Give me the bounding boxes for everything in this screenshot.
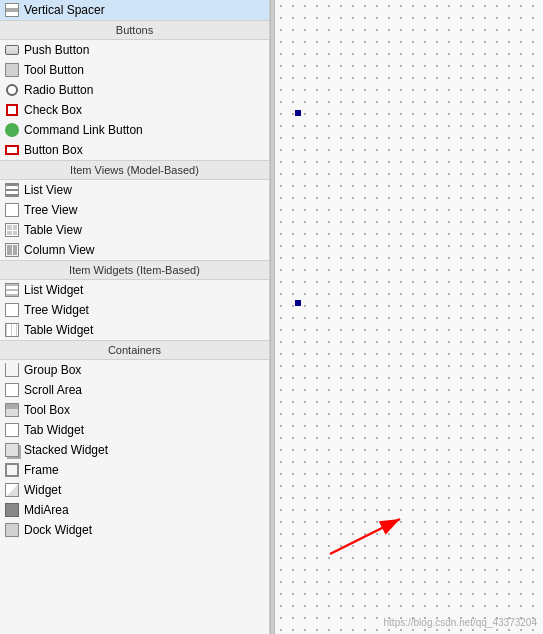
checkbox-icon [4,102,20,118]
category-buttons: Buttons [0,20,269,40]
item-label: List View [24,183,72,197]
category-item-views: Item Views (Model-Based) [0,160,269,180]
item-label: Table View [24,223,82,237]
list-item[interactable]: Tool Box [0,400,269,420]
list-item[interactable]: Table Widget [0,320,269,340]
list-item[interactable]: List Widget [0,280,269,300]
list-item[interactable]: Tree Widget [0,300,269,320]
canvas-area: https://blog.csdn.net/qq_43373204 [275,0,543,634]
columnview-icon [4,242,20,258]
mdiarea-icon [4,502,20,518]
category-item-widgets: Item Widgets (Item-Based) [0,260,269,280]
list-item[interactable]: Scroll Area [0,380,269,400]
list-item[interactable]: Vertical Spacer [0,0,269,20]
treeview-icon [4,202,20,218]
pushbutton-icon [4,42,20,58]
item-label: Widget [24,483,61,497]
item-label: Tree View [24,203,77,217]
svg-line-1 [330,519,400,554]
item-label: MdiArea [24,503,69,517]
tableview-icon [4,222,20,238]
list-item[interactable]: List View [0,180,269,200]
item-label: Tab Widget [24,423,84,437]
listwidget-icon [4,282,20,298]
vspacer-icon [4,2,20,18]
scrollarea-icon [4,382,20,398]
list-item[interactable]: Column View [0,240,269,260]
item-label: Column View [24,243,94,257]
item-label: List Widget [24,283,83,297]
radiobutton-icon [4,82,20,98]
item-label: Push Button [24,43,89,57]
item-label: Command Link Button [24,123,143,137]
list-item[interactable]: MdiArea [0,500,269,520]
toolbutton-icon [4,62,20,78]
list-item[interactable]: Check Box [0,100,269,120]
tabwidget-icon [4,422,20,438]
item-label: Tool Button [24,63,84,77]
frame-icon [4,462,20,478]
treewidget-icon [4,302,20,318]
stackedwidget-icon [4,442,20,458]
cmdlink-icon [4,122,20,138]
list-item[interactable]: Tool Button [0,60,269,80]
watermark: https://blog.csdn.net/qq_43373204 [384,617,537,628]
item-label: Table Widget [24,323,93,337]
item-label: Dock Widget [24,523,92,537]
dockwidget-icon [4,522,20,538]
toolbox-icon [4,402,20,418]
item-label: Group Box [24,363,81,377]
tablewidget-icon [4,322,20,338]
item-label: Check Box [24,103,82,117]
list-item[interactable]: Frame [0,460,269,480]
groupbox-icon [4,362,20,378]
list-item[interactable]: Tab Widget [0,420,269,440]
item-label: Button Box [24,143,83,157]
list-item[interactable]: Radio Button [0,80,269,100]
selection-handle [295,300,301,306]
list-item[interactable]: Button Box [0,140,269,160]
list-item[interactable]: Widget [0,480,269,500]
design-canvas[interactable]: https://blog.csdn.net/qq_43373204 [275,0,543,634]
item-label: Vertical Spacer [24,3,105,17]
item-label: Scroll Area [24,383,82,397]
list-item[interactable]: Tree View [0,200,269,220]
list-item[interactable]: Group Box [0,360,269,380]
buttonbox-icon [4,142,20,158]
selection-handle [295,110,301,116]
item-label: Frame [24,463,59,477]
list-item[interactable]: Command Link Button [0,120,269,140]
annotation-arrow [330,514,420,559]
list-item[interactable]: Dock Widget [0,520,269,540]
widget-icon [4,482,20,498]
item-label: Tree Widget [24,303,89,317]
list-item[interactable]: Stacked Widget [0,440,269,460]
item-label: Tool Box [24,403,70,417]
listview-icon [4,182,20,198]
item-label: Radio Button [24,83,93,97]
item-label: Stacked Widget [24,443,108,457]
list-item[interactable]: Push Button [0,40,269,60]
category-containers: Containers [0,340,269,360]
list-item[interactable]: Table View [0,220,269,240]
widget-panel[interactable]: Vertical Spacer Buttons Push Button Tool… [0,0,270,634]
